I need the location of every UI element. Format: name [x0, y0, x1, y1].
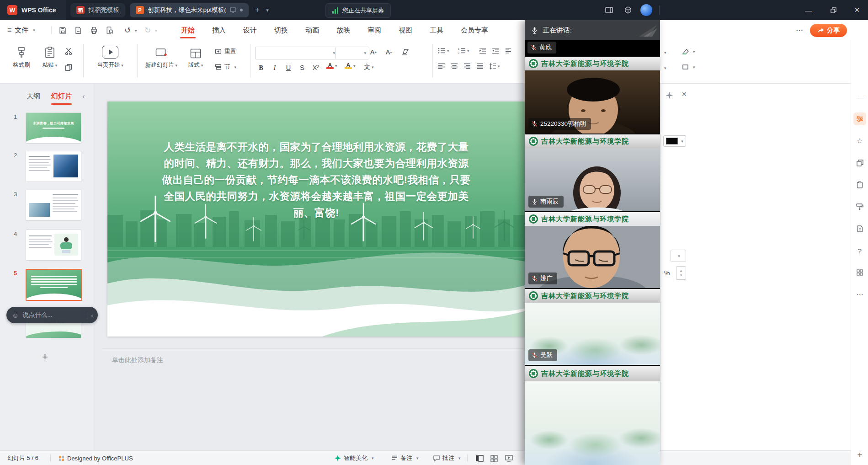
slide-thumbnail-1[interactable]: 水润青春，助力可持续发展 — [26, 112, 81, 144]
percent-stepper[interactable]: ▴ ▾ — [676, 266, 686, 280]
slide-canvas[interactable]: 人类生活是离不开水的，国家为了合理地利用水资源，花费了大量的时间、精力、还有财力… — [107, 102, 525, 337]
bullets-button[interactable]: ▾ — [438, 48, 449, 54]
format-painter-button[interactable]: 格式刷 — [8, 45, 35, 69]
layout-button[interactable]: 版式▾ — [183, 45, 208, 69]
screen-sharing-banner[interactable]: 您正在共享屏幕 — [325, 3, 391, 18]
font-size-select[interactable]: ▾ — [335, 47, 369, 59]
paste-button[interactable]: 粘贴▾ — [38, 45, 61, 69]
superscript-button[interactable]: X² — [310, 62, 322, 73]
notes-area[interactable]: 单击此处添加备注 — [103, 348, 525, 375]
collapse-sidebar-icon[interactable]: — — [853, 91, 866, 103]
more-tools-icon[interactable]: ⋯ — [853, 288, 866, 301]
tab-animation[interactable]: 动画 — [304, 21, 321, 39]
section-button[interactable]: 节 ▾ — [215, 63, 236, 71]
close-button[interactable]: ✕ — [847, 0, 868, 20]
numbering-button[interactable]: 12 ▾ — [458, 48, 469, 54]
tab-slideshow[interactable]: 放映 — [335, 21, 352, 39]
decrease-indent-button[interactable] — [479, 48, 486, 56]
slides-pages-icon[interactable] — [853, 156, 866, 169]
new-slide-button[interactable]: 新建幻灯片▾ — [144, 45, 179, 69]
print-preview-button[interactable] — [104, 26, 114, 35]
play-from-current-button[interactable]: 当页开始▾ — [91, 45, 130, 69]
shape-outline-button[interactable]: ▾ — [682, 64, 695, 70]
tab-member[interactable]: 会员专享 — [459, 21, 490, 39]
font-color-button[interactable]: A ▾ — [326, 62, 337, 69]
restore-button[interactable] — [823, 0, 844, 20]
grow-font-button[interactable]: A+ — [367, 47, 379, 58]
highlight-color-button[interactable]: A ▾ — [345, 62, 356, 69]
line-spacing-button[interactable]: ▾ — [489, 63, 500, 69]
video-tile-yaoguang[interactable]: 吉林大学新能源与环境学院 姚广 — [525, 211, 660, 288]
slide-thumbnail-3[interactable] — [26, 190, 81, 221]
file-menu-button[interactable]: ≡ 文件 ▾ — [7, 24, 35, 37]
tab-home[interactable]: 开始 — [179, 21, 197, 39]
smart-beautify-button[interactable]: 智能美化 ▾ — [335, 451, 374, 465]
underline-button[interactable]: U — [282, 62, 294, 73]
document-pane-icon[interactable] — [853, 222, 866, 235]
minimize-button[interactable]: — — [798, 0, 819, 20]
clipboard-pane-icon[interactable] — [853, 178, 866, 191]
video-tile-nanyuchen[interactable]: 吉林大学新能源与环境学院 南雨辰 — [525, 134, 660, 211]
pane-dropdown[interactable]: ▾ — [671, 250, 686, 262]
bold-button[interactable]: B — [255, 62, 267, 73]
slide-thumbnail-2[interactable] — [26, 151, 81, 182]
tab-insert[interactable]: 插入 — [210, 21, 228, 39]
export-pdf-button[interactable] — [73, 26, 83, 35]
save-button[interactable] — [58, 26, 68, 35]
copy-button[interactable] — [65, 64, 72, 71]
align-center-button[interactable] — [451, 63, 458, 71]
text-tool-button[interactable]: 文▾ — [364, 63, 374, 71]
text-direction-button[interactable] — [505, 48, 512, 56]
video-tile-huangxin[interactable]: 黄欣 — [525, 40, 660, 56]
slide-sorter-view-button[interactable] — [489, 454, 499, 463]
reset-slide-button[interactable]: 重置 — [215, 48, 236, 55]
tab-design[interactable]: 设计 — [241, 21, 259, 39]
wps-home-tab[interactable]: W WPS Office — [0, 0, 66, 20]
slides-tab[interactable]: 幻灯片 — [51, 92, 72, 101]
video-tile-wuyue[interactable]: 吉林大学新能源与环境学院 吴跃 — [525, 288, 660, 365]
paint-tools-icon[interactable] — [853, 200, 866, 213]
clear-format-button[interactable] — [399, 47, 411, 58]
justify-button[interactable] — [476, 63, 484, 71]
collapse-chat-icon[interactable]: ‹ — [87, 311, 93, 319]
increase-indent-button[interactable] — [492, 48, 499, 56]
shrink-font-button[interactable]: A− — [383, 47, 395, 58]
print-button[interactable] — [89, 26, 99, 35]
undo-button[interactable]: ↺ — [122, 26, 133, 35]
tab-list-chevron-icon[interactable]: ▾ — [266, 7, 269, 13]
tab-tools[interactable]: 工具 — [428, 21, 445, 39]
collapse-panel-icon[interactable]: ‹ — [82, 92, 85, 101]
user-avatar[interactable] — [640, 4, 653, 16]
redo-chevron-icon[interactable]: ▾ — [155, 28, 157, 33]
align-right-button[interactable] — [463, 63, 471, 71]
outline-tab[interactable]: 大纲 — [27, 92, 40, 101]
slideshow-view-button[interactable] — [504, 454, 514, 463]
pane-close-icon[interactable]: ✕ — [682, 91, 687, 98]
add-slide-button[interactable]: + — [42, 351, 48, 363]
redo-button[interactable]: ↻ — [143, 26, 153, 35]
apps-box-icon[interactable] — [622, 4, 634, 16]
comments-button[interactable]: 批注 ▾ — [433, 451, 461, 465]
tab-review[interactable]: 审阅 — [366, 21, 383, 39]
designer-credit[interactable]: Designed by OfficePLUS — [59, 451, 133, 465]
slide-body-textbox[interactable]: 人类生活是离不开水的，国家为了合理地利用水资源，花费了大量的时间、精力、还有财力… — [162, 139, 471, 221]
normal-view-button[interactable] — [474, 454, 485, 463]
more-menu-icon[interactable]: ⋯ — [794, 26, 804, 35]
stepper-down-icon[interactable]: ▾ — [680, 273, 682, 277]
effects-star-icon[interactable]: ☆ — [853, 134, 866, 147]
video-tile-guobaiming[interactable]: 吉林大学新能源与环境学院 25220330郭柏明 — [525, 56, 660, 134]
sidebar-toggle-icon[interactable] — [602, 4, 615, 16]
italic-button[interactable]: I — [269, 62, 281, 73]
undo-chevron-icon[interactable]: ▾ — [135, 28, 137, 33]
shape-fill-button[interactable]: ▾ — [682, 48, 695, 54]
fill-color-dropdown[interactable]: ▾ — [663, 135, 686, 147]
slide-thumbnail-4[interactable] — [26, 230, 81, 261]
share-button[interactable]: 分享 — [810, 24, 847, 37]
notes-toggle-button[interactable]: 备注 ▾ — [391, 451, 419, 465]
slide-thumbnail-5-selected[interactable] — [26, 269, 82, 301]
help-icon[interactable]: ? — [853, 244, 866, 257]
apps-grid-icon[interactable] — [853, 266, 866, 279]
add-pane-icon[interactable]: + — [853, 449, 866, 461]
new-tab-button[interactable]: + — [255, 5, 260, 15]
properties-icon[interactable] — [853, 112, 866, 125]
